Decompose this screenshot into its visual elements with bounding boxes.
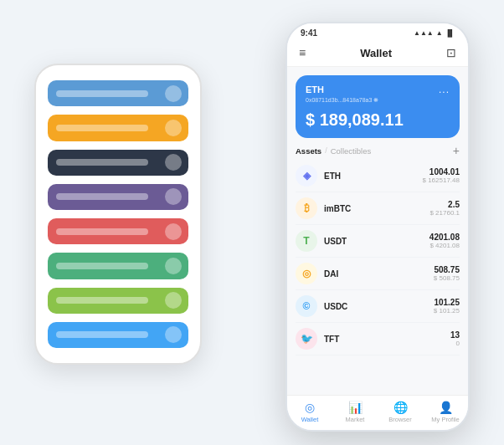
- signal-icon: ▲▲▲: [414, 29, 434, 37]
- card-icon-7: [165, 292, 182, 309]
- asset-name-usdc: USDC: [324, 302, 434, 311]
- assets-tabs: Assets / Collectibles: [296, 146, 371, 156]
- card-7[interactable]: [48, 288, 188, 314]
- asset-amounts-usdt: 4201.08 $ 4201.08: [429, 233, 460, 249]
- card-1[interactable]: [48, 80, 188, 106]
- card-6[interactable]: [48, 253, 188, 279]
- wallet-nav-label: Wallet: [301, 416, 319, 423]
- card-8[interactable]: [48, 322, 188, 348]
- asset-sub-eth: $ 162517.48: [423, 176, 460, 184]
- card-icon-2: [165, 120, 182, 136]
- asset-sub-tft: 0: [450, 340, 460, 347]
- card-text-2: [56, 125, 148, 131]
- assets-section: Assets / Collectibles + ◈ ETH 1004.01 $ …: [287, 138, 468, 395]
- card-text-1: [56, 90, 148, 97]
- page-title: Wallet: [360, 47, 392, 59]
- eth-currency-label: ETH: [306, 84, 324, 95]
- asset-amounts-imbtc: 2.5 $ 21760.1: [429, 200, 460, 217]
- asset-main-eth: 1004.01: [423, 167, 460, 176]
- card-icon-4: [165, 188, 182, 205]
- nav-browser[interactable]: 🌐 Browser: [378, 401, 423, 423]
- nav-profile[interactable]: 👤 My Profile: [423, 401, 468, 423]
- asset-name-tft: TFT: [324, 335, 450, 344]
- card-icon-5: [165, 223, 182, 240]
- card-text-3: [56, 159, 148, 166]
- assets-header: Assets / Collectibles +: [296, 138, 460, 160]
- asset-item-eth[interactable]: ◈ ETH 1004.01 $ 162517.48: [296, 160, 460, 192]
- card-text-7: [56, 297, 148, 304]
- browser-nav-icon: 🌐: [393, 401, 408, 414]
- card-text-8: [56, 331, 148, 338]
- front-phone: 9:41 ▲▲▲ ▲ ▐▌ ≡ Wallet ⊡ ETH ... 0x08711…: [285, 22, 470, 432]
- market-nav-icon: 📊: [348, 401, 363, 414]
- eth-more-icon[interactable]: ...: [439, 84, 450, 95]
- asset-icon-dai: ◎: [296, 263, 317, 284]
- card-icon-6: [165, 258, 182, 274]
- asset-sub-imbtc: $ 21760.1: [429, 209, 460, 217]
- nav-wallet[interactable]: ◎ Wallet: [287, 401, 332, 423]
- asset-icon-imbtc: ₿: [296, 197, 317, 219]
- status-icons: ▲▲▲ ▲ ▐▌: [414, 29, 455, 37]
- card-icon-3: [165, 154, 182, 171]
- eth-wallet-card[interactable]: ETH ... 0x08711d3b...8418a78a3 ❋ $ 189,0…: [296, 75, 460, 138]
- card-icon-1: [165, 85, 182, 102]
- asset-sub-usdc: $ 101.25: [434, 307, 460, 315]
- asset-amounts-tft: 13 0: [450, 330, 460, 347]
- wifi-icon: ▲: [436, 29, 443, 37]
- asset-item-tft[interactable]: 🐦 TFT 13 0: [296, 323, 460, 355]
- eth-balance: $ 189,089.11: [306, 110, 450, 130]
- asset-sub-dai: $ 508.75: [434, 274, 460, 282]
- asset-item-imbtc[interactable]: ₿ imBTC 2.5 $ 21760.1: [296, 192, 460, 225]
- asset-item-usdt[interactable]: T USDT 4201.08 $ 4201.08: [296, 225, 460, 258]
- asset-icon-tft: 🐦: [296, 328, 317, 350]
- asset-item-dai[interactable]: ◎ DAI 508.75 $ 508.75: [296, 258, 460, 290]
- eth-address: 0x08711d3b...8418a78a3 ❋: [306, 97, 450, 104]
- status-bar: 9:41 ▲▲▲ ▲ ▐▌: [287, 23, 468, 41]
- asset-amounts-dai: 508.75 $ 508.75: [434, 265, 460, 282]
- asset-main-usdt: 4201.08: [429, 233, 460, 242]
- asset-amounts-eth: 1004.01 $ 162517.48: [423, 167, 460, 184]
- browser-nav-label: Browser: [388, 416, 412, 423]
- wallet-nav-icon: ◎: [305, 401, 315, 414]
- profile-nav-icon: 👤: [439, 401, 453, 414]
- tab-assets[interactable]: Assets: [296, 146, 321, 156]
- asset-name-usdt: USDT: [324, 237, 429, 246]
- asset-main-dai: 508.75: [434, 265, 460, 274]
- asset-item-usdc[interactable]: © USDC 101.25 $ 101.25: [296, 290, 460, 323]
- asset-icon-eth: ◈: [296, 165, 317, 187]
- card-2[interactable]: [48, 115, 188, 141]
- back-phone: [34, 64, 202, 365]
- battery-icon: ▐▌: [445, 29, 455, 37]
- nav-market[interactable]: 📊 Market: [332, 401, 378, 423]
- scene: 9:41 ▲▲▲ ▲ ▐▌ ≡ Wallet ⊡ ETH ... 0x08711…: [18, 13, 486, 432]
- tab-collectibles[interactable]: Collectibles: [331, 146, 372, 156]
- tab-divider: /: [325, 146, 327, 155]
- eth-card-header: ETH ...: [306, 84, 450, 95]
- asset-icon-usdt: T: [296, 230, 317, 252]
- card-5[interactable]: [48, 218, 188, 244]
- asset-name-imbtc: imBTC: [324, 204, 429, 213]
- market-nav-label: Market: [346, 416, 365, 423]
- asset-main-tft: 13: [450, 330, 460, 340]
- status-time: 9:41: [301, 28, 317, 38]
- card-4[interactable]: [48, 184, 188, 210]
- card-text-6: [56, 263, 148, 269]
- card-icon-8: [165, 326, 182, 343]
- scan-icon[interactable]: ⊡: [446, 46, 456, 59]
- asset-list: ◈ ETH 1004.01 $ 162517.48 ₿ imBTC 2.5 $ …: [296, 160, 460, 355]
- asset-amounts-usdc: 101.25 $ 101.25: [434, 298, 460, 315]
- asset-name-dai: DAI: [324, 269, 434, 279]
- asset-name-eth: ETH: [324, 171, 423, 181]
- asset-main-usdc: 101.25: [434, 298, 460, 307]
- asset-main-imbtc: 2.5: [429, 200, 460, 209]
- menu-icon[interactable]: ≡: [299, 46, 306, 59]
- profile-nav-label: My Profile: [431, 416, 459, 423]
- asset-sub-usdt: $ 4201.08: [429, 242, 460, 249]
- add-asset-button[interactable]: +: [453, 145, 460, 156]
- card-text-4: [56, 193, 148, 200]
- bottom-nav: ◎ Wallet 📊 Market 🌐 Browser 👤 My Profile: [287, 395, 468, 430]
- card-3[interactable]: [48, 150, 188, 176]
- app-header: ≡ Wallet ⊡: [287, 41, 468, 67]
- card-text-5: [56, 228, 148, 235]
- asset-icon-usdc: ©: [296, 295, 317, 317]
